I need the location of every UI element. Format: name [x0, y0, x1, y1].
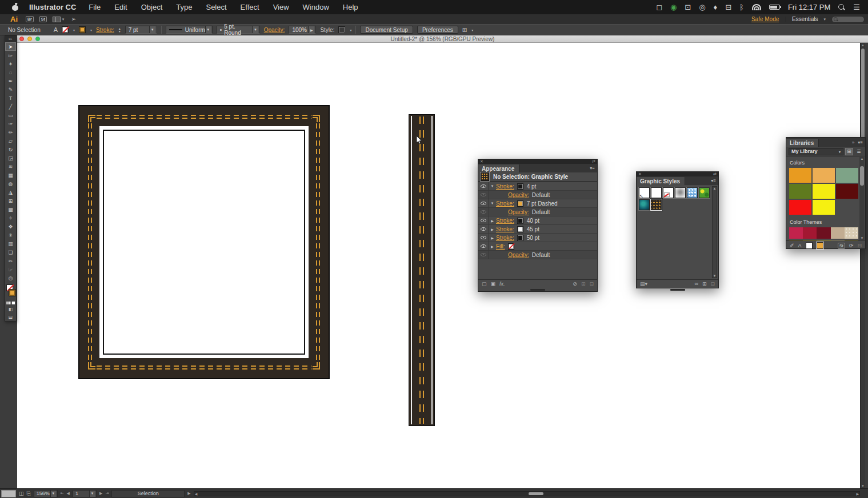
- color-swatch[interactable]: [813, 200, 835, 215]
- airplay-icon[interactable]: ⊟: [725, 3, 731, 11]
- pencil-tool[interactable]: ✏: [5, 128, 16, 136]
- align-icon[interactable]: ⊞: [462, 27, 467, 33]
- panel-menu-icon[interactable]: ▾≡: [590, 164, 597, 172]
- appearance-row[interactable]: Opacity:Default: [478, 191, 597, 199]
- none-swatch[interactable]: [508, 243, 514, 250]
- color-swatch[interactable]: [789, 200, 811, 215]
- graphic-style-blue-texture[interactable]: [687, 187, 698, 198]
- add-new-stroke-icon[interactable]: ▢: [482, 281, 487, 287]
- appearance-row[interactable]: ▶Fill:: [478, 242, 597, 251]
- opacity-link[interactable]: Opacity:: [508, 209, 529, 215]
- direct-selection-tool[interactable]: ▻: [5, 51, 16, 59]
- display-mirror-icon[interactable]: ⊡: [685, 3, 691, 11]
- library-select[interactable]: My Library ▾: [789, 148, 843, 155]
- theme-color-cell[interactable]: [803, 227, 817, 239]
- visibility-toggle-icon[interactable]: [481, 210, 486, 214]
- zoom-level-select[interactable]: 156% ▼: [34, 490, 58, 497]
- perspective-grid-tool[interactable]: ◮: [5, 188, 16, 196]
- clear-appearance-icon[interactable]: ⊘: [573, 281, 577, 287]
- first-artboard-button[interactable]: ⇤: [61, 491, 64, 496]
- visibility-cell[interactable]: [478, 208, 489, 216]
- panel-menu-icon[interactable]: ▾≡: [858, 139, 865, 147]
- color-swatch[interactable]: [789, 168, 811, 183]
- tab-libraries[interactable]: Libraries: [786, 139, 819, 147]
- road-frame-artwork[interactable]: [78, 105, 330, 379]
- graphic-style-green-texture[interactable]: [699, 187, 710, 198]
- panel-close-icon[interactable]: ✕: [638, 172, 642, 176]
- artboard-tool[interactable]: ❏: [5, 248, 16, 256]
- orange-swatch[interactable]: [517, 200, 523, 207]
- add-character-style-icon[interactable]: A: [798, 243, 802, 248]
- style-swatch[interactable]: [338, 26, 345, 33]
- brush-select[interactable]: • 5 pt. Round ▼: [217, 26, 260, 34]
- width-profile-dropdown[interactable]: ▼: [205, 26, 211, 33]
- pen-tool[interactable]: ✒: [5, 77, 16, 85]
- sync-icon[interactable]: ⟳: [849, 243, 854, 248]
- color-swatch[interactable]: [789, 184, 811, 199]
- stroke-link[interactable]: Stroke:: [496, 226, 514, 232]
- expand-toggle-icon[interactable]: ▼: [489, 184, 496, 188]
- paintbrush-tool[interactable]: ✑: [5, 119, 16, 128]
- stroke-weight-select[interactable]: 7 pt ▼: [125, 26, 157, 34]
- help-search-input[interactable]: [831, 16, 865, 23]
- theme-color-cell[interactable]: [817, 227, 830, 239]
- menu-edit[interactable]: Edit: [114, 3, 127, 11]
- free-transform-tool[interactable]: ▦: [5, 171, 16, 179]
- opacity-panel-link[interactable]: Opacity:: [264, 27, 285, 33]
- visibility-toggle-icon[interactable]: [481, 202, 486, 205]
- screen-mode-button[interactable]: ⬓: [5, 313, 16, 321]
- width-tool[interactable]: ≋: [5, 162, 16, 171]
- theme-color-cell[interactable]: [789, 240, 803, 240]
- stroke-link[interactable]: Stroke:: [496, 200, 514, 207]
- stock-button[interactable]: St: [39, 16, 47, 22]
- spotlight-icon[interactable]: [838, 4, 845, 11]
- graphic-style-default[interactable]: [639, 187, 650, 198]
- draw-mode-button[interactable]: ◧: [5, 305, 16, 313]
- list-view-button[interactable]: ≣: [855, 148, 863, 155]
- grid-view-button[interactable]: ⊞: [845, 148, 853, 155]
- tab-appearance[interactable]: Appearance: [478, 164, 519, 172]
- appearance-row[interactable]: ▶Stroke:40 pt: [478, 216, 597, 225]
- add-effect-icon[interactable]: fx.: [499, 281, 505, 287]
- delete-item-icon[interactable]: ⊟: [589, 281, 594, 287]
- tab-graphic-styles[interactable]: Graphic Styles: [637, 177, 685, 185]
- line-segment-tool[interactable]: ╱: [5, 102, 16, 111]
- theme-color-cell[interactable]: [845, 240, 858, 240]
- fill-color-swatch[interactable]: [62, 26, 69, 33]
- menu-window[interactable]: Window: [303, 3, 329, 11]
- visibility-toggle-icon[interactable]: [481, 236, 486, 239]
- previous-artboard-button[interactable]: ◀: [67, 491, 70, 496]
- stroke-link[interactable]: Stroke:: [496, 218, 514, 224]
- menu-effect[interactable]: Effect: [241, 3, 259, 11]
- workspace-switcher[interactable]: Essentials: [792, 16, 818, 22]
- black-swatch[interactable]: [517, 218, 523, 224]
- visibility-toggle-icon[interactable]: [481, 193, 486, 196]
- panel-close-icon[interactable]: ✕: [480, 160, 483, 163]
- status-display[interactable]: Selection: [111, 490, 185, 497]
- shape-builder-tool[interactable]: ◍: [5, 179, 16, 188]
- visibility-cell[interactable]: [478, 191, 489, 199]
- visibility-cell[interactable]: [478, 199, 489, 207]
- color-swatch[interactable]: [813, 184, 835, 199]
- scroll-up-arrow[interactable]: ▲: [861, 43, 865, 47]
- graphic-style-white[interactable]: [651, 187, 662, 198]
- visibility-cell[interactable]: [478, 234, 489, 242]
- gradient-tool[interactable]: ▩: [5, 205, 16, 214]
- column-graph-tool[interactable]: ▥: [5, 239, 16, 248]
- appearance-row[interactable]: Opacity:Default: [478, 251, 597, 259]
- menu-type[interactable]: Type: [176, 3, 192, 11]
- document-setup-button[interactable]: Document Setup: [360, 26, 413, 34]
- panel-resize-grip[interactable]: [478, 288, 597, 291]
- blend-tool[interactable]: ❖: [5, 222, 16, 231]
- visibility-toggle-icon[interactable]: [481, 184, 486, 188]
- fill-link[interactable]: Fill:: [496, 243, 505, 250]
- color-swatch[interactable]: [813, 168, 835, 183]
- panel-collapse-icon[interactable]: »: [852, 139, 858, 147]
- last-artboard-button[interactable]: ⇥: [105, 491, 109, 496]
- stroke-color-swatch[interactable]: [79, 26, 86, 33]
- expand-toggle-icon[interactable]: ▶: [489, 244, 496, 248]
- bridge-button[interactable]: Br: [26, 16, 34, 22]
- scale-tool[interactable]: ◲: [5, 154, 16, 162]
- color-theme-row[interactable]: [789, 227, 858, 239]
- battery-icon[interactable]: [769, 5, 780, 10]
